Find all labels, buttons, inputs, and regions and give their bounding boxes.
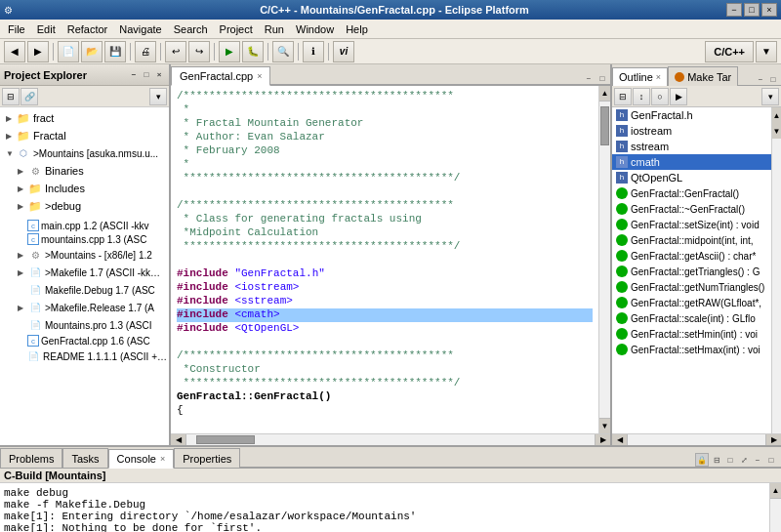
menu-search[interactable]: Search	[168, 21, 214, 37]
tree-item-main-cpp[interactable]: c main.cpp 1.2 (ASCII -kkv	[0, 219, 169, 232]
outline-hscroll-right[interactable]: ▶	[765, 434, 781, 445]
outline-item-getascii[interactable]: GenFractal::getAscii() : char*	[612, 248, 771, 264]
console-scroll-up[interactable]: ▲	[770, 483, 781, 499]
outline-item-qtopengl[interactable]: h QtOpenGL	[612, 170, 771, 185]
bottom-toolbar-btn2[interactable]: □	[724, 454, 736, 466]
toolbar-vi-btn[interactable]: vi	[333, 41, 354, 62]
outline-item-sethmax[interactable]: GenFractal::setHmax(int) : voi	[612, 342, 771, 357]
project-explorer-minimize-btn[interactable]: −	[128, 69, 140, 81]
outline-tab-close[interactable]: ×	[656, 72, 661, 82]
editor-tab-genfractal[interactable]: GenFractal.cpp ×	[171, 66, 270, 86]
properties-tab[interactable]: Properties	[174, 448, 240, 468]
tree-item-fractal[interactable]: ▶ 📁 Fractal	[0, 127, 169, 144]
menu-refactor[interactable]: Refactor	[62, 21, 114, 37]
editor-content[interactable]: /***************************************…	[171, 86, 610, 433]
tree-item-includes[interactable]: ▶ 📁 Includes	[0, 180, 169, 197]
pe-menu-btn[interactable]: ▾	[149, 88, 167, 105]
scrollbar-thumb[interactable]	[600, 106, 609, 145]
make-target-tab[interactable]: Make Tar	[668, 66, 738, 86]
editor-hscrollbar[interactable]: ◀ ▶	[171, 433, 610, 445]
toolbar-redo-btn[interactable]: ↪	[188, 41, 210, 62]
problems-tab[interactable]: Problems	[0, 448, 62, 468]
outline-hide2-btn[interactable]: ▶	[670, 88, 687, 105]
bottom-toolbar-btn1[interactable]: ⊟	[711, 454, 722, 466]
toolbar-back-btn[interactable]: ◀	[4, 41, 25, 62]
tree-item-binaries[interactable]: ▶ ⚙ Binaries	[0, 162, 169, 180]
outline-scroll-down[interactable]: ▼	[772, 123, 781, 139]
editor-vscrollbar[interactable]: ▲ ▼	[598, 86, 610, 433]
outline-tab[interactable]: Outline ×	[612, 67, 668, 87]
toolbar-search-btn[interactable]: 🔍	[272, 41, 294, 62]
console-tab-close[interactable]: ×	[160, 454, 165, 464]
tasks-tab[interactable]: Tasks	[62, 448, 107, 468]
tree-item-mountains-pro[interactable]: 📄 Mountains.pro 1.3 (ASCI	[0, 316, 169, 334]
outline-menu-btn[interactable]: ▾	[761, 88, 779, 105]
toolbar-debug-btn[interactable]: 🐛	[242, 41, 264, 62]
outline-hscrollbar[interactable]: ◀ ▶	[612, 433, 781, 445]
outline-item-scale[interactable]: GenFractal::scale(int) : GLflo	[612, 310, 771, 326]
outline-scroll-up[interactable]: ▲	[772, 107, 781, 123]
toolbar-perspective-list-btn[interactable]: ▼	[756, 41, 777, 62]
right-panel-minimize-btn[interactable]: −	[755, 73, 766, 85]
editor-maximize-btn[interactable]: □	[596, 72, 608, 84]
tree-item-debug[interactable]: ▶ 📁 >debug	[0, 197, 169, 215]
outline-vscrollbar[interactable]: ▲ ▼	[771, 107, 781, 433]
menu-window[interactable]: Window	[290, 21, 340, 37]
hscrollbar-left-btn[interactable]: ◀	[171, 434, 186, 445]
outline-hide-btn[interactable]: ○	[651, 88, 669, 105]
editor-tab-close-btn[interactable]: ×	[257, 71, 262, 81]
tree-item-makefile-debug[interactable]: 📄 Makefile.Debug 1.7 (ASC	[0, 281, 169, 299]
toolbar-new-btn[interactable]: 📄	[58, 41, 79, 62]
outline-collapse-btn[interactable]: ⊟	[614, 88, 632, 105]
menu-file[interactable]: File	[2, 21, 31, 37]
pe-collapse-btn[interactable]: ⊟	[2, 88, 20, 105]
hscrollbar-right-btn[interactable]: ▶	[595, 434, 610, 445]
scrollbar-down-btn[interactable]: ▼	[599, 418, 610, 433]
pe-link-btn[interactable]: 🔗	[21, 88, 38, 105]
project-explorer-close-btn[interactable]: ×	[153, 69, 165, 81]
outline-item-cmath[interactable]: h cmath	[612, 154, 771, 170]
outline-item-gettriangles[interactable]: GenFractal::getTriangles() : G	[612, 264, 771, 279]
outline-item-getnumtriangles[interactable]: GenFractal::getNumTriangles()	[612, 279, 771, 295]
menu-edit[interactable]: Edit	[31, 21, 62, 37]
tree-item-readme[interactable]: 📄 README 1.1.1.1 (ASCII +…	[0, 348, 169, 365]
console-vscrollbar[interactable]: ▲ ▼	[769, 483, 781, 532]
outline-sort-btn[interactable]: ↕	[633, 88, 650, 105]
toolbar-print-btn[interactable]: 🖨	[135, 41, 156, 62]
close-button[interactable]: ×	[761, 3, 777, 17]
minimize-button[interactable]: −	[726, 3, 742, 17]
tree-item-makefile[interactable]: ▶ 📄 >Makefile 1.7 (ASCII -kk…	[0, 264, 169, 281]
outline-item-iostream[interactable]: h iostream	[612, 123, 771, 139]
tree-item-mountains-cpp[interactable]: c mountains.cpp 1.3 (ASC	[0, 232, 169, 246]
outline-item-getraw[interactable]: GenFractal::getRAW(GLfloat*,	[612, 295, 771, 310]
outline-item-sethmin[interactable]: GenFractal::setHmin(int) : voi	[612, 326, 771, 342]
right-panel-maximize-btn[interactable]: □	[767, 73, 779, 85]
toolbar-run-btn[interactable]: ▶	[219, 41, 240, 62]
tree-item-mountains-config[interactable]: ▶ ⚙ >Mountains - [x86/le] 1.2	[0, 246, 169, 264]
outline-item-setsize[interactable]: GenFractal::setSize(int) : void	[612, 217, 771, 232]
project-explorer-maximize-btn[interactable]: □	[141, 69, 152, 81]
tree-item-mountains[interactable]: ▼ ⬡ >Mountains [asuka.nmsu.u...	[0, 144, 169, 162]
bottom-toolbar-btn3[interactable]: ⤢	[738, 454, 750, 466]
toolbar-open-btn[interactable]: 📂	[81, 41, 103, 62]
tree-item-fract[interactable]: ▶ 📁 fract	[0, 109, 169, 127]
menu-project[interactable]: Project	[214, 21, 259, 37]
toolbar-forward-btn[interactable]: ▶	[27, 41, 49, 62]
outline-item-sstream[interactable]: h sstream	[612, 139, 771, 154]
menu-run[interactable]: Run	[259, 21, 290, 37]
outline-item-destructor[interactable]: GenFractal::~GenFractal()	[612, 201, 771, 217]
bottom-panel-maximize-btn[interactable]: □	[765, 454, 777, 466]
outline-item-midpoint[interactable]: GenFractal::midpoint(int, int,	[612, 232, 771, 248]
toolbar-perspective-btn[interactable]: C/C++	[705, 41, 754, 62]
outline-hscroll-left[interactable]: ◀	[612, 434, 628, 445]
console-tab[interactable]: Console ×	[108, 449, 175, 469]
bottom-panel-minimize-btn[interactable]: −	[752, 454, 763, 466]
toolbar-undo-btn[interactable]: ↩	[165, 41, 186, 62]
tree-item-genfractal-cpp[interactable]: c GenFractal.cpp 1.6 (ASC	[0, 334, 169, 348]
toolbar-save-btn[interactable]: 💾	[104, 41, 126, 62]
tree-item-makefile-release[interactable]: ▶ 📄 >Makefile.Release 1.7 (A	[0, 299, 169, 316]
editor-minimize-btn[interactable]: −	[583, 72, 595, 84]
outline-item-constructor[interactable]: GenFractal::GenFractal()	[612, 185, 771, 201]
menu-help[interactable]: Help	[340, 21, 374, 37]
scrollbar-up-btn[interactable]: ▲	[599, 86, 610, 102]
